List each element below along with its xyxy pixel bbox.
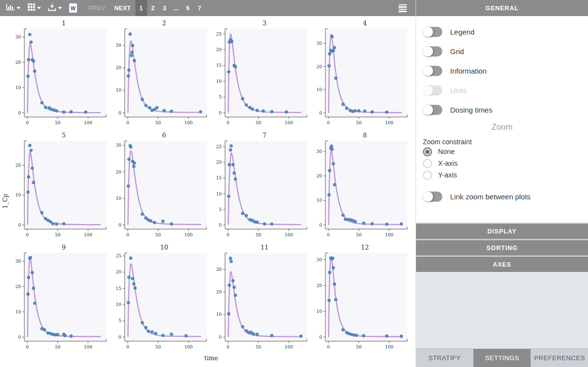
subplot-svg: 01020300501006	[107, 130, 208, 242]
svg-text:0: 0	[327, 345, 330, 349]
subplot-panel-8[interactable]: 01020300501008	[308, 130, 408, 242]
subplot-title: 3	[263, 19, 266, 27]
collapsed-panels: DISPLAY SORTING AXES	[416, 223, 588, 272]
svg-text:10: 10	[16, 309, 21, 314]
plots-area: 1_Cp 01020300501001010203005010020510152…	[0, 16, 416, 367]
information-toggle-label: Information	[450, 67, 487, 75]
legend-toggle-label: Legend	[450, 28, 474, 36]
svg-text:30: 30	[116, 143, 122, 148]
chart-type-button[interactable]	[6, 4, 20, 13]
tab-stratify[interactable]: STRATIFY	[416, 349, 474, 367]
svg-text:15: 15	[216, 63, 222, 68]
subplot-panel-11[interactable]: 010203005010011	[208, 242, 308, 354]
link-zoom-toggle[interactable]	[423, 192, 442, 202]
units-toggle-row: Units	[423, 83, 581, 97]
axes-panel-header[interactable]: AXES	[416, 257, 588, 272]
svg-text:30: 30	[116, 43, 122, 48]
page-button-6[interactable]: 6	[182, 0, 194, 16]
general-panel-header[interactable]: GENERAL	[416, 0, 588, 16]
svg-text:100: 100	[84, 232, 92, 237]
svg-text:100: 100	[285, 120, 293, 125]
subplot-panel-5[interactable]: 010200501005	[7, 130, 107, 242]
tab-settings[interactable]: SETTINGS	[474, 349, 531, 367]
subplot-title: 5	[62, 132, 66, 139]
svg-text:30: 30	[16, 259, 21, 264]
word-export-icon: W	[69, 3, 77, 13]
svg-text:0: 0	[319, 335, 322, 340]
radio-icon[interactable]	[423, 171, 432, 180]
dosing-times-toggle[interactable]	[423, 105, 442, 115]
subplot-panel-6[interactable]: 01020300501006	[107, 130, 208, 242]
subplot-panel-2[interactable]: 01020300501002	[107, 18, 208, 130]
chevron-down-icon	[58, 7, 62, 9]
next-page-button[interactable]: NEXT	[114, 5, 131, 12]
svg-text:20: 20	[116, 270, 122, 274]
units-toggle-label: Units	[450, 86, 467, 95]
svg-text:100: 100	[285, 345, 293, 349]
svg-text:0: 0	[219, 335, 222, 340]
svg-text:0: 0	[327, 120, 330, 125]
svg-text:0: 0	[26, 345, 29, 349]
svg-text:25: 25	[216, 32, 222, 37]
svg-text:20: 20	[16, 60, 21, 65]
svg-text:0: 0	[327, 232, 330, 237]
tab-preferences[interactable]: PREFERENCES	[531, 349, 588, 367]
svg-text:20: 20	[16, 163, 21, 168]
svg-text:20: 20	[216, 47, 222, 52]
legend-toggle[interactable]	[423, 27, 442, 37]
page-button-7[interactable]: 7	[194, 0, 206, 16]
subplot-panel-4[interactable]: 01020300501004	[308, 18, 408, 130]
menu-icon[interactable]	[398, 4, 407, 12]
page-ellipsis: ...	[171, 0, 182, 16]
grid-toggle[interactable]	[423, 46, 442, 57]
grid-layout-button[interactable]	[28, 3, 41, 13]
svg-text:0: 0	[126, 232, 129, 237]
dosing-times-toggle-row: Dosing times	[423, 103, 581, 116]
subplot-title: 7	[263, 132, 266, 139]
display-panel-header[interactable]: DISPLAY	[416, 224, 588, 239]
subplot-panel-9[interactable]: 01020300501009	[7, 242, 107, 354]
page-button-1[interactable]: 1	[135, 0, 147, 16]
prev-page-button[interactable]: PREV	[89, 5, 106, 12]
word-export-button[interactable]: W	[69, 3, 77, 13]
svg-text:100: 100	[84, 345, 92, 349]
svg-text:20: 20	[317, 283, 322, 288]
radio-label: None	[438, 148, 455, 155]
chart-type-icon	[6, 4, 15, 13]
zoom-constraint-xaxis-option[interactable]: X-axis	[423, 157, 581, 169]
svg-text:50: 50	[356, 232, 362, 237]
svg-text:100: 100	[184, 120, 192, 125]
svg-text:10: 10	[116, 196, 122, 201]
export-button[interactable]	[48, 3, 62, 13]
svg-text:10: 10	[116, 88, 122, 93]
page-button-2[interactable]: 2	[147, 0, 159, 16]
radio-icon[interactable]	[423, 159, 432, 168]
subplot-panel-12[interactable]: 010203005010012	[308, 242, 408, 354]
sorting-panel-header[interactable]: SORTING	[416, 240, 588, 255]
link-zoom-toggle-label: Link zoom between plots	[450, 193, 531, 201]
units-toggle	[423, 85, 442, 96]
svg-text:5: 5	[219, 207, 222, 212]
information-toggle[interactable]	[423, 66, 442, 76]
svg-text:0: 0	[118, 335, 121, 340]
svg-text:0: 0	[227, 232, 229, 237]
subplot-title: 6	[162, 132, 166, 139]
svg-text:10: 10	[216, 312, 222, 317]
page-button-3[interactable]: 3	[159, 0, 171, 16]
svg-text:50: 50	[356, 345, 362, 349]
subplot-svg: 01020300501002	[107, 18, 208, 130]
svg-text:50: 50	[256, 120, 262, 125]
subplot-panel-3[interactable]: 05101520250501003	[208, 18, 308, 130]
svg-text:100: 100	[84, 120, 92, 125]
zoom-constraint-yaxis-option[interactable]: Y-axis	[423, 169, 581, 181]
subplot-panel-1[interactable]: 01020300501001	[7, 18, 107, 130]
subplot-svg: 010203005010011	[208, 242, 308, 354]
zoom-constraint-label: Zoom constraint	[423, 138, 581, 146]
subplot-panel-7[interactable]: 05101520250501007	[208, 130, 308, 242]
radio-icon[interactable]	[423, 147, 432, 156]
svg-text:15: 15	[116, 286, 122, 291]
zoom-constraint-none-option[interactable]: None	[423, 146, 581, 157]
svg-text:50: 50	[256, 345, 262, 349]
subplot-panel-10[interactable]: 051015202505010010	[107, 242, 208, 354]
sidebar-tabs: STRATIFY SETTINGS PREFERENCES	[416, 348, 588, 367]
